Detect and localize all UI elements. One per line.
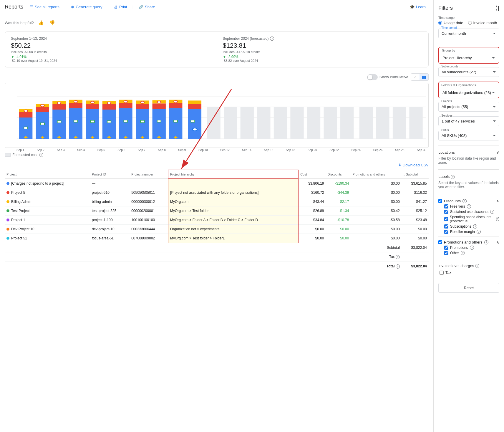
sustained-discounts-info-icon[interactable]: ? bbox=[490, 210, 494, 214]
promotions-info-icon[interactable]: ? bbox=[484, 240, 488, 244]
locations-desc: Filter by location data like region and … bbox=[438, 156, 499, 165]
stat-change-sub-period1: -$2.10 over August 19–31, 2024 bbox=[11, 59, 211, 62]
cell-project: Project 5 bbox=[5, 188, 90, 197]
table-row: Project 5project-510505050505011[Project… bbox=[5, 188, 429, 197]
current-month-select[interactable]: Current monthLast monthLast 3 monthsCust… bbox=[438, 29, 499, 38]
invoice-month-radio-label[interactable]: Invoice month bbox=[468, 21, 497, 25]
learn-link[interactable]: 🎓 Learn bbox=[407, 3, 429, 11]
generate-query-link[interactable]: ⊕ Generate query bbox=[68, 3, 105, 11]
subaccounts-label: Subaccounts bbox=[441, 65, 459, 68]
chart-type-buttons[interactable]: ⟋ ▮▮ bbox=[411, 73, 429, 81]
promotions-header[interactable]: Promotions and others ? ∧ bbox=[438, 239, 499, 246]
spending-discounts-info-icon[interactable]: ? bbox=[496, 217, 499, 221]
cell-discounts: $0.00 bbox=[326, 225, 351, 234]
current-month-label-placeholder: Time period bbox=[441, 26, 457, 29]
subscriptions-item: Subscriptions ? bbox=[438, 224, 499, 229]
labels-header[interactable]: Labels ? bbox=[438, 173, 499, 180]
tax-invoice-checkbox[interactable] bbox=[440, 271, 444, 275]
stat-change-sub-period2: -$3.82 over August 2024 bbox=[223, 59, 423, 62]
svg-point-39 bbox=[192, 128, 197, 131]
cell-cost: $160.72 bbox=[298, 188, 326, 197]
total-info-icon[interactable]: ? bbox=[396, 264, 400, 269]
collapse-icon[interactable]: ⟩| bbox=[496, 5, 499, 11]
stat-amount-period2: $123.81 bbox=[223, 42, 423, 49]
other-info-icon[interactable]: ? bbox=[461, 251, 465, 255]
folders-select[interactable]: All folders/organizations (28) bbox=[440, 88, 498, 97]
other-checkbox[interactable] bbox=[444, 251, 448, 255]
col-header-project-hierarchy: Project hierarchy bbox=[168, 170, 298, 179]
svg-rect-37 bbox=[188, 104, 201, 109]
promotions-chevron-icon: ∧ bbox=[496, 240, 499, 244]
promotions-sub-item: Promotions ? bbox=[438, 246, 499, 250]
spending-discounts-checkbox[interactable] bbox=[444, 217, 448, 221]
credits-checkbox[interactable] bbox=[438, 199, 442, 203]
forecast-info-icon[interactable]: ? bbox=[39, 153, 43, 157]
services-select[interactable]: 1 out of 47 servicesAll services bbox=[438, 116, 499, 126]
cell-project: Dev Project 10 bbox=[5, 225, 90, 234]
svg-rect-40 bbox=[207, 107, 220, 139]
chart-controls: Show cumulative ⟋ ▮▮ bbox=[5, 73, 429, 81]
reset-button[interactable]: Reset bbox=[438, 283, 499, 293]
sustained-discounts-checkbox[interactable] bbox=[444, 210, 448, 214]
cumulative-toggle[interactable] bbox=[367, 74, 378, 80]
invoice-month-radio[interactable] bbox=[468, 21, 472, 25]
svg-rect-18 bbox=[86, 109, 99, 139]
svg-rect-44 bbox=[274, 107, 287, 139]
subscriptions-checkbox[interactable] bbox=[444, 224, 448, 229]
credits-header[interactable]: Discounts ? ∧ bbox=[438, 198, 499, 204]
tax-info-icon[interactable]: ? bbox=[396, 255, 400, 259]
usage-date-radio-label[interactable]: Usage date bbox=[438, 21, 463, 25]
show-cumulative-control[interactable]: Show cumulative bbox=[367, 74, 408, 80]
svg-rect-45 bbox=[290, 107, 304, 139]
reseller-margin-info-icon[interactable]: ? bbox=[477, 230, 481, 234]
thumbs-down-button[interactable]: 👎 bbox=[48, 19, 56, 27]
cell-cost: $34.84 bbox=[298, 216, 326, 225]
usage-date-radio[interactable] bbox=[438, 21, 442, 25]
labels-info-icon[interactable]: ? bbox=[451, 175, 455, 179]
promotions-sub-info-icon[interactable]: ? bbox=[470, 246, 474, 250]
line-chart-button[interactable]: ⟋ bbox=[411, 74, 420, 80]
free-tiers-checkbox[interactable] bbox=[444, 204, 448, 208]
print-link[interactable]: 🖨 Print bbox=[111, 3, 130, 11]
svg-rect-49 bbox=[359, 107, 373, 139]
subscriptions-info-icon[interactable]: ? bbox=[473, 224, 477, 229]
forecasted-info-icon[interactable]: ? bbox=[270, 37, 274, 41]
projects-select[interactable]: All projects (55) bbox=[438, 102, 499, 112]
thumbs-up-button[interactable]: 👍 bbox=[37, 19, 45, 27]
svg-rect-52 bbox=[409, 107, 422, 139]
cell-discounts: -$2.17 bbox=[326, 197, 351, 206]
svg-rect-36 bbox=[188, 109, 201, 139]
cell-project: Billing Admin bbox=[5, 197, 90, 206]
download-csv-button[interactable]: ⬇ Download CSV bbox=[398, 163, 429, 167]
promotions-checkbox[interactable] bbox=[438, 240, 442, 244]
cell-project-id: project-510 bbox=[90, 188, 130, 197]
credits-info-icon[interactable]: ? bbox=[462, 199, 467, 203]
share-icon: 🔗 bbox=[139, 5, 143, 9]
subaccounts-section: Subaccounts All subaccounts (27) bbox=[438, 67, 499, 77]
locations-header[interactable]: Locations ∨ bbox=[438, 149, 499, 156]
total-label: Total ? bbox=[5, 262, 402, 271]
page-title: Reports bbox=[5, 4, 23, 10]
learn-icon: 🎓 bbox=[410, 5, 415, 9]
subaccounts-select[interactable]: All subaccounts (27) bbox=[438, 67, 499, 77]
invoice-charges-info-icon[interactable]: ? bbox=[475, 264, 479, 268]
cell-project-number: 000000200001 bbox=[130, 206, 168, 216]
reseller-margin-checkbox[interactable] bbox=[444, 230, 448, 234]
total-value: $3,822.04 bbox=[402, 262, 429, 271]
promotions-sub-checkbox[interactable] bbox=[444, 246, 448, 250]
cell-project-hierarchy: MyOrg.com bbox=[168, 197, 298, 206]
labels-section: Labels ? Select the key and values of th… bbox=[438, 173, 499, 189]
group-by-select[interactable]: Project HierarchyServiceSKUProjectLocati… bbox=[440, 53, 498, 62]
stat-card-period1: September 1–13, 2024 $50.22 includes -$4… bbox=[5, 32, 217, 67]
see-all-reports-link[interactable]: ☰ See all reports bbox=[27, 3, 62, 11]
cell-subtotal: $25.12 bbox=[402, 206, 429, 216]
skus-select[interactable]: All SKUs (408) bbox=[438, 131, 499, 140]
free-tiers-info-icon[interactable]: ? bbox=[467, 204, 471, 208]
skus-label: SKUs bbox=[441, 128, 450, 132]
svg-rect-15 bbox=[69, 108, 82, 139]
cell-project-number: 007008009002 bbox=[130, 234, 168, 243]
svg-rect-41 bbox=[224, 107, 237, 139]
bar-chart-button[interactable]: ▮▮ bbox=[420, 74, 428, 80]
stat-amount-period1: $50.22 bbox=[11, 42, 211, 49]
share-link[interactable]: 🔗 Share bbox=[136, 3, 158, 11]
